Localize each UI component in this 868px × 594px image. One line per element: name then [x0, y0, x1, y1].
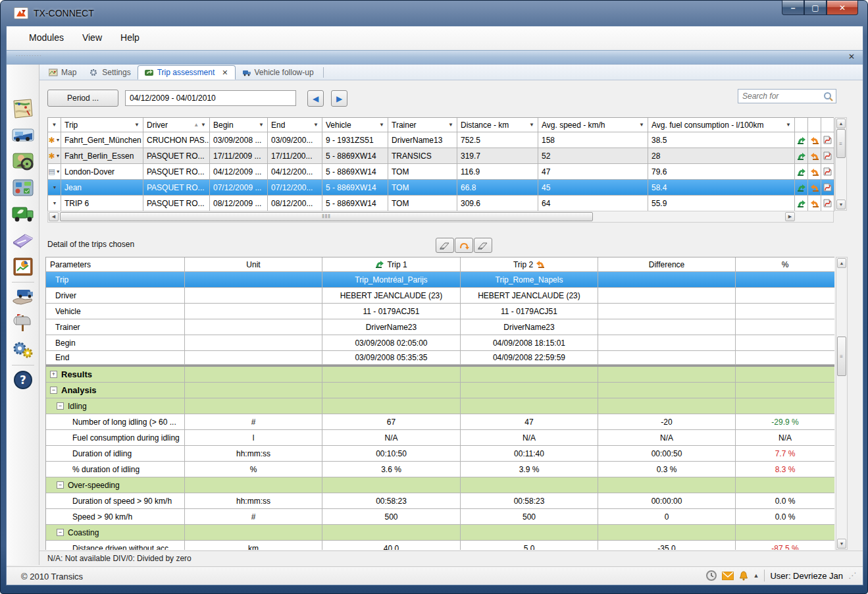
trips-column-header[interactable]: Driver▲▼: [143, 118, 210, 132]
toolbar-drag-handle[interactable]: ··········: [16, 52, 42, 59]
col-parameters[interactable]: Parameters: [46, 257, 185, 272]
detail-row[interactable]: TripTrip_Montréal_ParijsTrip_Rome_Napels: [46, 272, 834, 288]
status-expand-icon[interactable]: ▲: [753, 572, 759, 579]
row-selector-cell[interactable]: ▼: [48, 164, 61, 180]
col-percent[interactable]: %: [736, 257, 834, 272]
detail-row[interactable]: End03/09/2008 05:35:3504/09/2008 22:59:5…: [46, 351, 834, 367]
period-button[interactable]: Period ...: [47, 90, 118, 107]
assign-trip2-orange-arrow-icon[interactable]: [808, 196, 821, 211]
minimize-button[interactable]: –: [782, 1, 804, 15]
close-button[interactable]: ✕: [827, 1, 858, 15]
truck-icon[interactable]: [11, 124, 35, 146]
detail-row[interactable]: −Coasting: [46, 525, 834, 541]
next-period-button[interactable]: ▶: [331, 90, 347, 107]
detail-row[interactable]: Number of long idling (> 60 ...#6747-20-…: [46, 414, 834, 430]
col-unit[interactable]: Unit: [185, 257, 322, 272]
planning-board-icon[interactable]: [11, 176, 35, 199]
tab-settings[interactable]: Settings: [83, 65, 137, 80]
tab-trip-assessment[interactable]: Trip assessment ✕: [138, 65, 236, 80]
trips-column-header[interactable]: Avg. fuel consumption - l/100km▲▼: [648, 118, 795, 132]
erase-trip2-button[interactable]: [474, 238, 492, 253]
scroll-left-icon[interactable]: ◀: [49, 212, 59, 221]
route-map-icon[interactable]: [821, 148, 834, 164]
trips-column-header[interactable]: Avg. speed - km/h▲▼: [538, 118, 648, 132]
trips-column-header[interactable]: Vehicle▲▼: [322, 118, 388, 132]
row-selector-header[interactable]: ▼: [48, 118, 61, 132]
route-map-icon[interactable]: [821, 196, 834, 211]
menu-modules[interactable]: Modules: [21, 30, 72, 45]
swap-trips-button[interactable]: [455, 238, 473, 253]
scroll-up-icon[interactable]: ▲: [836, 119, 846, 128]
collapse-icon[interactable]: −: [57, 402, 64, 410]
route-map-icon[interactable]: [821, 164, 834, 180]
assign-trip2-orange-arrow-icon[interactable]: [808, 132, 821, 148]
previous-period-button[interactable]: ◀: [307, 90, 324, 107]
detail-row[interactable]: Vehicle11 - 0179ACJ5111 - 0179ACJ51: [46, 304, 834, 319]
detail-row[interactable]: Begin03/09/2008 02:05:0004/09/2008 18:15…: [46, 335, 834, 351]
tab-map[interactable]: Map: [42, 65, 83, 80]
messages-envelope-icon[interactable]: [722, 572, 734, 580]
menu-view[interactable]: View: [74, 30, 110, 45]
scanner-icon[interactable]: [11, 229, 35, 252]
scroll-up-icon[interactable]: ▲: [837, 258, 846, 268]
trip-row[interactable]: ▼ Fahrt_Berlin_Essen PASQUET RO... 17/11…: [48, 148, 834, 164]
tab-close-icon[interactable]: ✕: [222, 68, 228, 77]
trip-row[interactable]: ▼ London-Dover PASQUET RO... 04/12/2009 …: [48, 164, 834, 180]
trip-row[interactable]: ▼ Jean PASQUET RO... 07/12/2009 ... 07/1…: [48, 180, 834, 196]
alerts-bell-icon[interactable]: [739, 571, 748, 581]
col-trip1[interactable]: Trip 1: [322, 257, 461, 272]
detail-row[interactable]: Fuel consumption during idlinglN/AN/AN/A…: [46, 430, 834, 446]
trips-column-header[interactable]: Trainer▲▼: [388, 118, 457, 132]
driver-icon[interactable]: [11, 150, 35, 173]
row-selector-cell[interactable]: ▼: [48, 180, 61, 196]
erase-trip1-button[interactable]: [436, 238, 454, 253]
menu-help[interactable]: Help: [113, 30, 147, 45]
detail-row[interactable]: +Results: [46, 367, 834, 383]
maximize-button[interactable]: ▢: [804, 1, 827, 15]
assign-trip1-green-arrow-icon[interactable]: [795, 148, 808, 164]
resize-grip[interactable]: ⋰: [848, 571, 856, 580]
collapse-icon[interactable]: −: [57, 481, 64, 489]
trip-row[interactable]: ▼ TRIP 6 PASQUET RO... 08/12/2009 ... 08…: [48, 196, 834, 211]
collapse-icon[interactable]: −: [50, 387, 57, 394]
detail-row[interactable]: DriverHEBERT JEANCLAUDE (23)HEBERT JEANC…: [46, 288, 834, 304]
scroll-thumb[interactable]: ≡: [837, 337, 846, 376]
assign-trip1-green-arrow-icon[interactable]: [795, 180, 808, 196]
trips-horizontal-scrollbar[interactable]: ◀ ⦀⦀⦀ ▶: [47, 211, 834, 223]
gears-icon[interactable]: [11, 338, 35, 361]
route-map-icon[interactable]: [821, 180, 834, 196]
trips-vertical-scrollbar[interactable]: ▲ ≡ ▼: [835, 117, 847, 211]
tab-vehicle-follow-up[interactable]: Vehicle follow-up: [236, 65, 320, 80]
mailbox-icon[interactable]: [11, 312, 35, 335]
detail-row[interactable]: Duration of idlinghh:mm:ss00:10:5000:11:…: [46, 446, 834, 462]
scroll-thumb[interactable]: ≡: [836, 129, 846, 158]
search-icon[interactable]: [823, 92, 836, 101]
fleet-hand-icon[interactable]: [11, 286, 35, 308]
detail-row[interactable]: Distance driven without acc...km40.05.0-…: [46, 541, 834, 550]
trips-column-header[interactable]: Trip▲▼: [61, 118, 143, 132]
row-selector-cell[interactable]: ▼: [48, 132, 61, 148]
route-map-icon[interactable]: [821, 132, 834, 148]
row-selector-cell[interactable]: ▼: [48, 196, 61, 211]
detail-row[interactable]: −Idling: [46, 398, 834, 414]
detail-row[interactable]: Duration of speed > 90 km/hhh:mm:ss00:58…: [46, 493, 834, 509]
scroll-down-icon[interactable]: ▼: [837, 539, 846, 549]
reports-icon[interactable]: [11, 256, 35, 278]
trips-column-header[interactable]: Begin▲▼: [210, 118, 268, 132]
expand-icon[interactable]: +: [50, 371, 57, 378]
assign-trip2-orange-arrow-icon[interactable]: [808, 180, 821, 196]
assign-trip1-green-arrow-icon[interactable]: [795, 196, 808, 211]
panel-close-icon[interactable]: ✕: [846, 52, 857, 63]
trip-row[interactable]: ▼ Fahrt_Gent_München CRUCHON PAS... 03/0…: [48, 132, 834, 148]
help-icon[interactable]: ?: [11, 369, 35, 391]
detail-row[interactable]: % duration of idling%3.6 %3.9 %0.3 %8.3 …: [46, 462, 834, 477]
eco-truck-icon[interactable]: [11, 203, 35, 225]
trips-column-header[interactable]: End▲▼: [268, 118, 322, 132]
assign-trip1-green-arrow-icon[interactable]: [795, 132, 808, 148]
map-icon[interactable]: [11, 97, 35, 120]
detail-row[interactable]: −Analysis: [46, 383, 834, 398]
col-trip2[interactable]: Trip 2: [461, 257, 598, 272]
collapse-icon[interactable]: −: [57, 529, 64, 536]
col-difference[interactable]: Difference: [598, 257, 736, 272]
assign-trip2-orange-arrow-icon[interactable]: [808, 164, 821, 180]
